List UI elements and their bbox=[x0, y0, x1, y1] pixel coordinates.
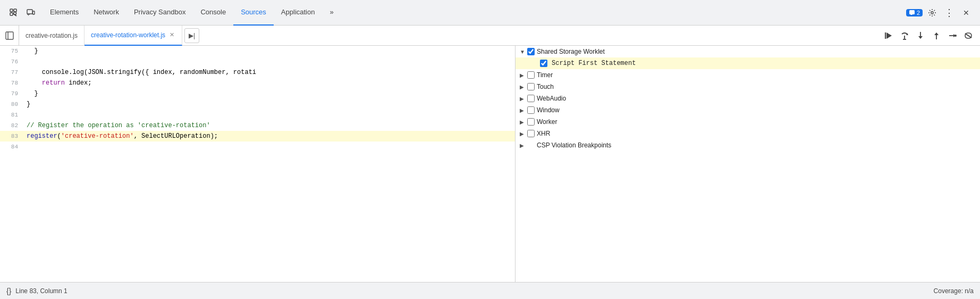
step-over-button[interactable] bbox=[897, 28, 912, 43]
bp-checkbox-touch[interactable] bbox=[527, 83, 535, 90]
svg-point-9 bbox=[931, 11, 933, 13]
bp-section-worker[interactable]: ▶ Worker bbox=[516, 116, 980, 128]
tab-privacy-sandbox[interactable]: Privacy Sandbox bbox=[126, 0, 193, 26]
expand-arrow-timer-icon: ▶ bbox=[520, 72, 525, 78]
svg-line-24 bbox=[965, 34, 971, 38]
bp-checkbox-worker[interactable] bbox=[527, 118, 535, 126]
svg-rect-1 bbox=[10, 13, 13, 15]
code-line-76: 76 bbox=[0, 56, 515, 67]
main-content: 75 } 76 77 console.log(JSON.stringify({ … bbox=[0, 46, 980, 282]
bp-section-webaudio[interactable]: ▶ WebAudio bbox=[516, 93, 980, 104]
coverage-status: Coverage: n/a bbox=[934, 287, 974, 295]
bp-checkbox-shared-storage[interactable] bbox=[527, 48, 535, 55]
tab-application[interactable]: Application bbox=[274, 0, 323, 26]
devtools-icons bbox=[2, 5, 43, 20]
device-toggle-icon[interactable] bbox=[23, 5, 38, 20]
inspect-icon[interactable] bbox=[6, 5, 21, 20]
bp-section-xhr[interactable]: ▶ XHR bbox=[516, 128, 980, 139]
bp-item-script-first-statement[interactable]: Script First Statement bbox=[516, 57, 980, 69]
expand-arrow-worker-icon: ▶ bbox=[520, 119, 525, 125]
code-line-80: 80 } bbox=[0, 99, 515, 110]
bp-checkbox-xhr[interactable] bbox=[527, 130, 535, 137]
step-button[interactable] bbox=[945, 28, 960, 43]
svg-rect-10 bbox=[6, 32, 13, 39]
svg-point-3 bbox=[14, 12, 16, 14]
tab-console[interactable]: Console bbox=[193, 0, 233, 26]
bp-section-csp[interactable]: ▶ CSP Violation Breakpoints bbox=[516, 139, 980, 151]
settings-icon[interactable] bbox=[925, 5, 940, 20]
expand-arrow-webaudio-icon: ▶ bbox=[520, 96, 525, 102]
collapse-arrow-icon: ▼ bbox=[520, 49, 525, 55]
breakpoints-panel: ▼ Shared Storage Worklet Script First St… bbox=[516, 46, 980, 282]
bp-checkbox-script-first-statement[interactable] bbox=[540, 60, 547, 67]
bp-section-window[interactable]: ▶ Window bbox=[516, 104, 980, 116]
sidebar-toggle-button[interactable] bbox=[0, 26, 19, 46]
deactivate-breakpoints-button[interactable] bbox=[961, 28, 976, 43]
file-tab-creative-rotation-worklet[interactable]: creative-rotation-worklet.js ✕ bbox=[85, 26, 182, 46]
svg-marker-18 bbox=[918, 36, 923, 39]
svg-rect-2 bbox=[14, 9, 16, 12]
close-tab-icon[interactable]: ✕ bbox=[168, 31, 175, 39]
code-line-84: 84 bbox=[0, 142, 515, 152]
svg-rect-5 bbox=[33, 11, 35, 14]
svg-marker-20 bbox=[934, 32, 939, 35]
tab-network[interactable]: Network bbox=[86, 0, 126, 26]
code-line-77: 77 console.log(JSON.stringify({ index, r… bbox=[0, 67, 515, 78]
expand-arrow-window-icon: ▶ bbox=[520, 107, 525, 113]
cursor-position: Line 83, Column 1 bbox=[15, 287, 67, 295]
tab-bar-right: 2 ⋮ ✕ bbox=[906, 5, 978, 20]
step-into-button[interactable] bbox=[913, 28, 928, 43]
format-icon[interactable]: {} bbox=[6, 287, 11, 295]
svg-rect-4 bbox=[27, 10, 32, 14]
file-tabs-bar: creative-rotation.js creative-rotation-w… bbox=[0, 26, 980, 46]
code-line-79: 79 } bbox=[0, 88, 515, 99]
code-editor[interactable]: 75 } 76 77 console.log(JSON.stringify({ … bbox=[0, 46, 516, 282]
comment-badge[interactable]: 2 bbox=[906, 9, 923, 16]
code-line-75: 75 } bbox=[0, 46, 515, 56]
tab-overflow[interactable]: » bbox=[322, 0, 341, 26]
code-line-82: 82 // Register the operation as 'creativ… bbox=[0, 120, 515, 131]
expand-tabs-icon[interactable]: ▶| bbox=[184, 28, 199, 43]
bp-checkbox-webaudio[interactable] bbox=[527, 95, 535, 102]
expand-arrow-csp-icon: ▶ bbox=[520, 143, 525, 148]
step-out-button[interactable] bbox=[929, 28, 944, 43]
bp-section-shared-storage[interactable]: ▼ Shared Storage Worklet bbox=[516, 46, 980, 57]
expand-arrow-touch-icon: ▶ bbox=[520, 84, 525, 90]
bp-checkbox-timer[interactable] bbox=[527, 71, 535, 79]
code-line-81: 81 bbox=[0, 110, 515, 120]
debug-toolbar bbox=[881, 28, 980, 43]
resume-button[interactable] bbox=[881, 28, 896, 43]
devtools-tab-bar: Elements Network Privacy Sandbox Console… bbox=[0, 0, 980, 26]
code-line-83: 83 register('creative-rotation', SelectU… bbox=[0, 131, 515, 142]
bp-section-touch[interactable]: ▶ Touch bbox=[516, 81, 980, 93]
tab-sources[interactable]: Sources bbox=[233, 0, 274, 26]
more-options-icon[interactable]: ⋮ bbox=[942, 5, 957, 20]
bp-checkbox-window[interactable] bbox=[527, 106, 535, 114]
svg-rect-8 bbox=[909, 10, 915, 14]
svg-rect-0 bbox=[10, 9, 13, 12]
expand-arrow-xhr-icon: ▶ bbox=[520, 131, 525, 137]
file-tab-creative-rotation[interactable]: creative-rotation.js bbox=[19, 26, 85, 46]
svg-point-23 bbox=[954, 35, 957, 37]
status-bar: {} Line 83, Column 1 Coverage: n/a bbox=[0, 282, 980, 299]
tab-elements[interactable]: Elements bbox=[43, 0, 86, 26]
code-line-78: 78 return index; bbox=[0, 78, 515, 88]
close-devtools-icon[interactable]: ✕ bbox=[959, 5, 974, 20]
bp-section-timer[interactable]: ▶ Timer bbox=[516, 69, 980, 81]
svg-marker-12 bbox=[886, 32, 892, 39]
